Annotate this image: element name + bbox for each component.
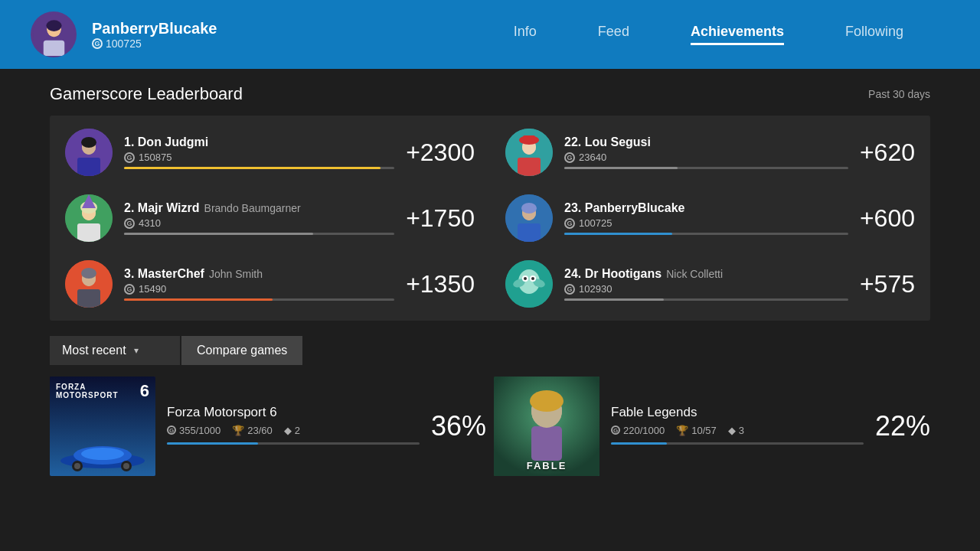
gamerscore-icon: G <box>92 38 103 49</box>
leaderboard-entry-2: 2. Majr Wizrd Brando Baumgarner G 4310 +… <box>50 185 490 251</box>
lb-info-2: 2. Majr Wizrd Brando Baumgarner G 4310 <box>124 201 394 235</box>
svg-rect-26 <box>523 135 535 142</box>
header-gamerscore: G 100725 <box>92 37 217 50</box>
game-title-fable: Fable Legends <box>611 405 864 420</box>
leaderboard-entry-23: 23. PanberryBlucake G 100725 +600 <box>490 185 930 251</box>
lb-rank-name-24: 24. Dr Hootigans <box>564 267 662 281</box>
lb-bar-2 <box>124 233 313 235</box>
game-progress-bar-forza <box>167 442 420 445</box>
lb-score-3: 15490 <box>139 283 166 295</box>
nav-following[interactable]: Following <box>845 24 903 45</box>
svg-point-44 <box>74 463 80 469</box>
game-percent-fable: 22% <box>875 410 930 442</box>
lb-bar-3 <box>124 298 273 301</box>
lb-bar-container-24 <box>564 298 848 301</box>
lb-score-1: 150875 <box>139 152 172 163</box>
header: PanberryBlucake G 100725 Info Feed Achie… <box>0 0 980 69</box>
lb-bar-1 <box>124 167 381 169</box>
leaderboard-header: Gamerscore Leaderboard Past 30 days <box>50 84 930 104</box>
leaderboard-title: Gamerscore Leaderboard <box>50 84 243 104</box>
game-title-forza: Forza Motorsport 6 <box>167 405 420 420</box>
header-score-value: 100725 <box>106 37 142 50</box>
nav-achievements[interactable]: Achievements <box>691 24 784 45</box>
lb-rank-name-22: 22. Lou Segusi <box>564 135 651 149</box>
game-stats-fable: G 220/1000 🏆 10/57 ◆ 3 <box>611 425 864 436</box>
compare-games-button[interactable]: Compare games <box>181 336 302 365</box>
svg-point-51 <box>530 390 564 412</box>
svg-point-31 <box>521 203 537 214</box>
lb-bar-24 <box>564 298 664 301</box>
chevron-down-icon: ▾ <box>134 345 139 356</box>
filter-dropdown[interactable]: Most recent ▾ <box>50 336 180 365</box>
gamerscore-stat-icon-forza: G <box>167 425 176 435</box>
game-diamonds-fable: ◆ 3 <box>728 425 744 436</box>
svg-point-4 <box>46 20 61 31</box>
lb-avatar-24 <box>505 260 553 308</box>
game-stats-forza: G 355/1000 🏆 23/60 ◆ 2 <box>167 425 420 436</box>
lb-score-24: 102930 <box>579 283 612 295</box>
leaderboard-entry-3: 3. MasterChef John Smith G 15490 +1350 <box>50 251 490 317</box>
lb-delta-1: +2300 <box>406 139 475 167</box>
game-gamerscore-fable: G 220/1000 <box>611 425 665 436</box>
lb-real-name-24: Nick Colletti <box>666 268 723 280</box>
leaderboard-entry-24: 24. Dr Hootigans Nick Colletti G 102930 … <box>490 251 930 317</box>
lb-bar-23 <box>564 233 672 235</box>
lb-rank-name-1: 1. Don Judgmi <box>124 135 208 149</box>
score-icon-3: G <box>124 284 135 295</box>
svg-rect-49 <box>531 426 562 461</box>
leaderboard-right-column: 22. Lou Segusi G 23640 +620 <box>490 119 930 317</box>
svg-rect-29 <box>518 223 541 242</box>
lb-bar-container-23 <box>564 233 848 235</box>
game-diamonds-forza: ◆ 2 <box>284 425 300 436</box>
nav-feed[interactable]: Feed <box>598 24 629 45</box>
forza-label: FORZAMOTORSPORT <box>56 383 118 399</box>
lb-rank-name-2: 2. Majr Wizrd <box>124 201 200 215</box>
svg-point-39 <box>531 277 534 280</box>
lb-avatar-23 <box>505 194 553 242</box>
lb-info-1: 1. Don Judgmi G 150875 <box>124 135 394 169</box>
leaderboard-entry-1: 1. Don Judgmi G 150875 +2300 <box>50 119 490 185</box>
games-grid: FORZAMOTORSPORT 6 <box>50 377 930 476</box>
game-info-fable: Fable Legends G 220/1000 🏆 10/57 ◆ 3 <box>611 405 864 448</box>
game-achievements-fable: 🏆 10/57 <box>676 425 717 436</box>
score-icon-22: G <box>564 152 575 163</box>
diamond-icon-fable: ◆ <box>728 425 736 436</box>
lb-info-23: 23. PanberryBlucake G 100725 <box>564 201 848 235</box>
svg-rect-2 <box>43 40 64 55</box>
lb-bar-22 <box>564 167 678 169</box>
svg-point-38 <box>524 277 527 280</box>
leaderboard-entry-22: 22. Lou Segusi G 23640 +620 <box>490 119 930 185</box>
lb-bar-container-22 <box>564 167 848 169</box>
fable-label: FABLE <box>494 460 599 471</box>
lb-bar-container-3 <box>124 298 394 301</box>
lb-bar-container-1 <box>124 167 394 169</box>
forza-num: 6 <box>140 381 149 401</box>
lb-info-3: 3. MasterChef John Smith G 15490 <box>124 267 394 301</box>
lb-avatar-22 <box>505 129 553 176</box>
games-section: Most recent ▾ Compare games FORZAMOTORSP… <box>50 336 930 476</box>
main-content: Gamerscore Leaderboard Past 30 days <box>0 69 980 491</box>
svg-rect-7 <box>77 158 100 176</box>
game-entry-forza: FORZAMOTORSPORT 6 <box>50 377 486 476</box>
trophy-icon-forza: 🏆 <box>232 425 244 436</box>
game-percent-forza: 36% <box>431 410 486 442</box>
game-info-forza: Forza Motorsport 6 G 355/1000 🏆 23/60 ◆ <box>167 405 420 448</box>
svg-point-9 <box>81 137 96 148</box>
user-avatar <box>31 11 77 57</box>
score-icon-23: G <box>564 218 575 229</box>
gamerscore-stat-icon-fable: G <box>611 425 620 435</box>
score-icon-2: G <box>124 218 135 229</box>
nav-info[interactable]: Info <box>514 24 537 45</box>
filter-row: Most recent ▾ Compare games <box>50 336 930 365</box>
svg-point-42 <box>81 448 124 460</box>
lb-score-23: 100725 <box>579 217 612 229</box>
lb-info-24: 24. Dr Hootigans Nick Colletti G 102930 <box>564 267 848 301</box>
lb-real-name-2: Brando Baumgarner <box>204 202 301 214</box>
lb-info-22: 22. Lou Segusi G 23640 <box>564 135 848 169</box>
game-thumbnail-fable: FABLE <box>494 377 599 476</box>
lb-bar-container-2 <box>124 233 394 235</box>
score-icon-24: G <box>564 284 575 295</box>
trophy-icon-fable: 🏆 <box>676 425 688 436</box>
game-progress-bar-fable <box>611 442 864 445</box>
game-achievements-forza: 🏆 23/60 <box>232 425 273 436</box>
